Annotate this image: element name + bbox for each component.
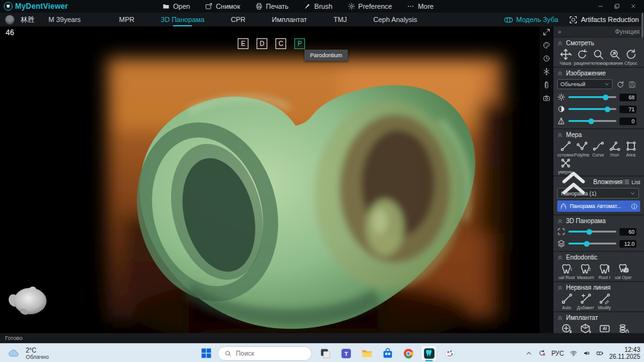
implant-add-tool[interactable]: мплант	[557, 323, 576, 333]
reset-tool[interactable]: Сброс	[623, 48, 639, 65]
preset-dropdown[interactable]: Обычный	[557, 79, 613, 89]
tooth-model-button[interactable]: Модель Зуба	[504, 15, 558, 25]
refresh-preset-button[interactable]	[616, 80, 625, 89]
root-measure-tool[interactable]: 2Measurn	[576, 263, 595, 280]
tab-mpr[interactable]: MPR	[106, 13, 147, 26]
tab-3d-панорама[interactable]: 3D Панорама	[148, 13, 218, 26]
clock[interactable]: 12:43 26.11.2025	[609, 346, 640, 360]
snapshot-menu[interactable]: Снимок	[205, 3, 240, 10]
print-menu[interactable]: Печать	[255, 3, 289, 10]
collapse-panel-icon[interactable]	[557, 255, 563, 260]
render-viewport[interactable]: 46 EDCP Parodontium	[0, 26, 540, 333]
weather-widget[interactable]: 2°C Облачно	[6, 344, 48, 362]
dual-root-tool[interactable]: Iual Root	[557, 263, 576, 280]
move-icon	[560, 48, 572, 60]
tab-ceph-analysis[interactable]: Ceph Analysis	[360, 13, 431, 26]
slider-handle[interactable]	[603, 94, 609, 100]
collapse-panel-icon[interactable]	[557, 315, 563, 321]
collapse-panel-icon[interactable]	[557, 40, 563, 46]
pano-layer-slider-track[interactable]	[569, 243, 616, 244]
contrast-slider[interactable]: 71	[557, 103, 640, 115]
app-dentviewer[interactable]	[421, 345, 437, 361]
slider-handle[interactable]	[588, 118, 594, 124]
tooth-root4-icon	[618, 263, 630, 275]
collapse-panel-icon[interactable]	[557, 70, 563, 76]
contrast-slider-track[interactable]	[569, 108, 616, 110]
artifacts-reduction-button[interactable]: Artifacts Reduction	[569, 15, 639, 25]
palette-icon[interactable]	[543, 41, 550, 49]
slider-handle[interactable]	[587, 229, 592, 234]
sharpness-slider-track[interactable]	[569, 120, 616, 122]
implant-ai-tool[interactable]: AInart Cur	[595, 323, 614, 333]
list-view-button[interactable]: List	[623, 178, 640, 185]
slider-handle[interactable]	[584, 241, 589, 246]
app-teams[interactable]: T	[338, 345, 354, 361]
more-menu[interactable]: More	[407, 3, 433, 10]
app-explorer[interactable]	[358, 345, 375, 361]
close-button[interactable]	[630, 3, 636, 9]
sync-status-icon[interactable]	[538, 349, 546, 357]
brush-menu[interactable]: Brush	[304, 3, 333, 10]
tray-chevron-up-icon[interactable]	[525, 349, 533, 357]
start-button[interactable]	[200, 347, 213, 359]
pano-layer-slider[interactable]: 12.0	[557, 238, 640, 250]
sharpness-slider[interactable]: 0	[557, 115, 640, 127]
fullscreen-icon[interactable]	[543, 28, 550, 36]
tab-cpr[interactable]: CPR	[218, 13, 258, 26]
angle-tool[interactable]: Угол	[606, 140, 623, 157]
wifi-icon[interactable]	[570, 349, 577, 357]
implant-quick-tool[interactable]: k Impla	[614, 323, 633, 333]
area-tool[interactable]: Area	[623, 140, 639, 157]
root-fill-tool[interactable]: Root I	[595, 263, 614, 280]
collapse-panel-icon[interactable]	[557, 285, 563, 290]
nerve-auto-tool[interactable]: Auto	[557, 293, 576, 310]
layer-button-P[interactable]: P	[294, 38, 305, 49]
search-input[interactable]	[236, 349, 299, 357]
rotate-tool[interactable]: ращени	[574, 48, 590, 65]
clock-icon[interactable]	[543, 55, 550, 62]
orientation-skull[interactable]	[8, 284, 48, 318]
polyline-tool[interactable]: Polyline	[574, 140, 590, 157]
nerve-add-tool[interactable]: Добавит	[576, 293, 595, 310]
distance-tool[interactable]: сстояни	[557, 140, 574, 157]
curve-tool[interactable]: Curve	[590, 140, 606, 157]
battery-icon[interactable]	[596, 349, 604, 357]
tab-имплантат[interactable]: Имплантат	[258, 13, 320, 26]
open-menu[interactable]: Open	[162, 3, 190, 10]
language-indicator[interactable]: РУС	[552, 350, 564, 357]
layer-button-E[interactable]: E	[238, 38, 248, 49]
taskbar-search[interactable]	[218, 346, 312, 361]
tab-tmj[interactable]: TMJ	[320, 13, 360, 26]
pano-thickness-slider-track[interactable]	[569, 231, 616, 233]
zoom-region-tool[interactable]: ровании	[606, 48, 623, 65]
ruler-icon[interactable]	[543, 81, 550, 89]
save-preset-button[interactable]	[628, 80, 636, 89]
brightness-slider-track[interactable]	[569, 96, 616, 98]
camera-icon[interactable]	[543, 94, 550, 102]
brightness-slider[interactable]: 68	[557, 91, 640, 103]
zoom-tool[interactable]: тележка	[590, 48, 606, 65]
pan-tool[interactable]: Чаша	[557, 48, 574, 65]
preference-menu[interactable]: Preference	[348, 3, 392, 10]
nerve-modify-tool[interactable]: Modify	[595, 293, 614, 310]
pano-thickness-slider[interactable]: 60	[557, 226, 640, 238]
app-taskview[interactable]	[317, 345, 333, 361]
volume-icon[interactable]	[583, 349, 591, 357]
collapse-sidebar-button[interactable]: »	[558, 28, 562, 35]
layer-button-C[interactable]: C	[275, 38, 286, 49]
collapse-panel-icon[interactable]	[557, 218, 563, 224]
restore-button[interactable]	[614, 3, 620, 9]
slider-handle[interactable]	[605, 106, 611, 112]
root-oper-tool[interactable]: ual Oper	[614, 263, 633, 280]
sidebar-scrollbar[interactable]	[641, 13, 643, 38]
info-icon[interactable]	[631, 203, 638, 210]
layer-button-D[interactable]: D	[257, 38, 267, 49]
snowflake-icon[interactable]	[543, 68, 550, 75]
collapse-panel-icon[interactable]	[557, 132, 563, 138]
minimize-button[interactable]	[597, 3, 604, 9]
implant-library-tool[interactable]: имплан	[576, 323, 595, 333]
app-chrome[interactable]	[400, 345, 416, 361]
attachment-item-selected[interactable]: Панорама Автомат...	[557, 200, 640, 212]
app-store[interactable]	[379, 345, 396, 361]
app-paint[interactable]	[441, 345, 458, 361]
